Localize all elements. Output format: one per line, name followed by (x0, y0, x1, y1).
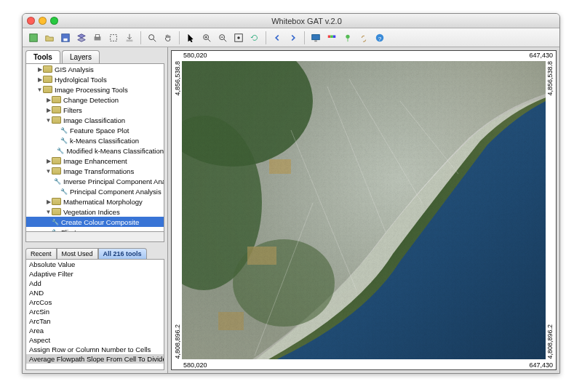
tree-tool[interactable]: k-Means Classification (26, 135, 164, 145)
satellite-image[interactable] (182, 61, 546, 359)
list-tab-all-216-tools[interactable]: All 216 tools (98, 248, 147, 259)
zoom-in-icon[interactable] (200, 31, 213, 44)
hand-icon[interactable] (162, 31, 175, 44)
svg-rect-6 (127, 39, 133, 41)
sidebar-tab-tools[interactable]: Tools (25, 50, 60, 63)
new-map-icon[interactable] (27, 31, 40, 44)
disclosure-triangle-icon[interactable]: ▼ (45, 168, 52, 175)
tool-list-item[interactable]: Assign Row or Column Number to Cells (26, 345, 164, 354)
tool-list-item[interactable]: Aspect (26, 335, 164, 345)
tree-folder[interactable]: ▼Image Transformations (26, 166, 164, 176)
zoom-icon[interactable] (146, 31, 159, 44)
disclosure-triangle-icon[interactable]: ▶ (45, 97, 52, 103)
tree-tool[interactable]: Principal Component Analysis (26, 186, 164, 196)
tree-folder[interactable]: ▶GIS Analysis (26, 64, 164, 74)
tools-tree[interactable]: ▶GIS Analysis▶Hydrolgical Tools▼Image Pr… (25, 63, 164, 232)
tree-tool[interactable]: Modified k-Means Classification (26, 145, 164, 156)
zoom-extent-icon[interactable] (232, 31, 245, 44)
list-tab-recent[interactable]: Recent (25, 248, 57, 259)
disclosure-triangle-icon[interactable]: ▶ (36, 66, 43, 73)
minimize-icon[interactable] (39, 17, 47, 25)
disclosure-triangle-icon[interactable]: ▶ (45, 199, 52, 205)
zoom-out-icon[interactable] (216, 31, 229, 44)
select-icon[interactable] (107, 31, 120, 44)
tree-tool[interactable]: Flip Image (26, 227, 164, 232)
folder-icon (52, 167, 61, 175)
svg-line-10 (208, 39, 211, 41)
svg-rect-4 (95, 34, 99, 37)
tree-node-label: Modified k-Means Classification (66, 147, 164, 155)
open-icon[interactable] (43, 31, 56, 44)
coord-y-top-left: 4,856,538.8 (172, 61, 183, 96)
svg-rect-31 (247, 247, 276, 265)
tree-folder[interactable]: ▼Image Processing Tools (26, 84, 164, 95)
disclosure-triangle-icon[interactable]: ▼ (45, 209, 52, 215)
list-tab-most-used[interactable]: Most Used (57, 248, 98, 259)
wrench-icon (60, 188, 68, 195)
disclosure-triangle-icon[interactable]: ▶ (45, 158, 52, 164)
tree-folder[interactable]: ▶Image Enhancement (26, 156, 164, 166)
map-frame[interactable]: 580,020 647,430 580,020 647,430 4,856,53… (171, 50, 557, 370)
tree-folder[interactable]: ▶Hydrolgical Tools (26, 74, 164, 84)
arrow-left-icon[interactable] (271, 31, 284, 44)
svg-text:?: ? (378, 35, 382, 41)
disclosure-triangle-icon[interactable]: ▼ (36, 87, 43, 93)
link-icon[interactable] (357, 31, 370, 44)
tool-list-item[interactable]: ArcSin (26, 307, 164, 316)
tree-folder[interactable]: ▼Vegetation Indices (26, 207, 164, 217)
disclosure-triangle-icon[interactable]: ▼ (45, 117, 52, 124)
tool-list-item[interactable]: Area (26, 326, 164, 335)
svg-line-14 (224, 39, 227, 41)
cursor-icon[interactable] (184, 31, 197, 44)
export-icon[interactable] (123, 31, 136, 44)
tool-list-item[interactable]: Average Flowpath Slope From Cell To Divi… (26, 354, 164, 364)
tool-list-item[interactable]: ArcTan (26, 316, 164, 326)
tree-folder[interactable]: ▼Image Classification (26, 115, 164, 125)
tool-list-tabs: RecentMost UsedAll 216 tools (25, 248, 164, 259)
svg-rect-2 (63, 38, 67, 41)
tree-node-label: Mathematical Morphology (63, 198, 143, 206)
window-title: Whitebox GAT v.2.0 (58, 17, 555, 25)
tree-node-label: Inverse Principal Component Analysis (63, 177, 164, 185)
zoom-window-icon[interactable] (50, 17, 58, 25)
sidebar-tab-layers[interactable]: Layers (62, 50, 100, 63)
layers-icon[interactable] (75, 31, 88, 44)
tree-scrollbar[interactable] (25, 232, 164, 242)
palette-icon[interactable] (325, 31, 338, 44)
tree-folder[interactable]: ▶Filters (26, 105, 164, 115)
tree-node-label: Image Classification (63, 116, 125, 124)
tree-tool[interactable]: Inverse Principal Component Analysis (26, 176, 164, 186)
arrow-right-icon[interactable] (287, 31, 300, 44)
svg-point-23 (346, 34, 349, 38)
tool-list-item[interactable]: Absolute Value (26, 260, 164, 269)
disclosure-triangle-icon[interactable]: ▶ (45, 107, 52, 113)
screen-icon[interactable] (309, 31, 322, 44)
tree-node-label: Image Enhancement (63, 157, 127, 165)
coord-x-right-bottom: 647,430 (527, 361, 554, 369)
disclosure-triangle-icon[interactable]: ▶ (36, 76, 43, 83)
tree-node-label: Filters (63, 106, 82, 114)
tool-list[interactable]: Absolute ValueAdaptive FilterAddANDArcCo… (25, 259, 164, 370)
help-icon[interactable]: ? (373, 31, 386, 44)
tree-tool[interactable]: Feature Space Plot (26, 125, 164, 135)
refresh-icon[interactable] (248, 31, 261, 44)
tree-folder[interactable]: ▶Mathematical Morphology (26, 196, 164, 207)
folder-icon (52, 96, 61, 103)
tree-node-label: Create Colour Composite (61, 218, 139, 226)
sidebar: ToolsLayers ▶GIS Analysis▶Hydrolgical To… (23, 47, 168, 373)
svg-line-8 (154, 39, 156, 41)
tool-list-item[interactable]: Adaptive Filter (26, 269, 164, 279)
tool-list-item[interactable]: AND (26, 288, 164, 297)
marker-icon[interactable] (341, 31, 354, 44)
toolbar: ? (23, 28, 559, 47)
save-icon[interactable] (59, 31, 72, 44)
tree-folder[interactable]: ▶Change Detection (26, 95, 164, 105)
tree-tool[interactable]: Create Colour Composite (26, 217, 164, 227)
coord-y-bottom-right: 4,808,896.2 (545, 324, 555, 359)
svg-point-7 (149, 34, 154, 39)
svg-rect-5 (111, 34, 117, 41)
tool-list-item[interactable]: ArcCos (26, 297, 164, 307)
tool-list-item[interactable]: Add (26, 279, 164, 288)
print-icon[interactable] (91, 31, 104, 44)
close-icon[interactable] (27, 17, 35, 25)
